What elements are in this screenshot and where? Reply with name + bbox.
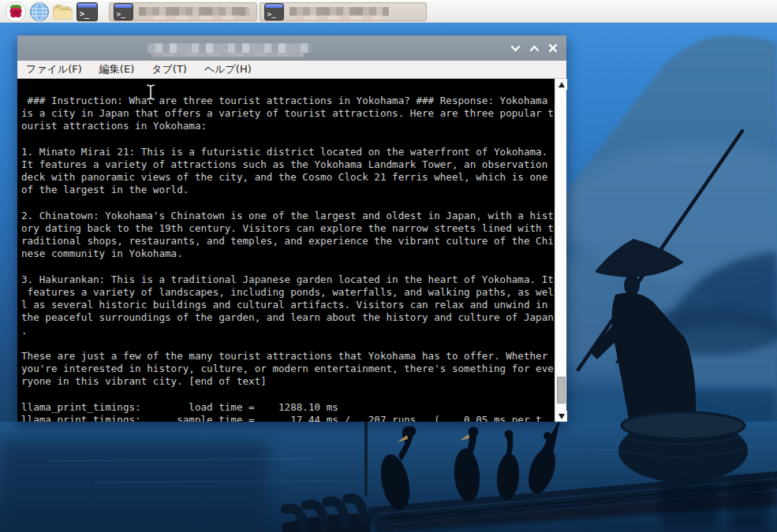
globe-icon [29, 2, 50, 22]
menu-help[interactable]: ヘルプ(H) [204, 62, 252, 76]
close-icon [548, 43, 558, 53]
applications-menu-button[interactable] [4, 2, 28, 22]
taskbar-window-title-redacted [290, 7, 389, 16]
menu-file[interactable]: ファイル(F) [26, 62, 82, 76]
terminal-icon: >_ [114, 3, 133, 20]
ibeam-mouse-cursor [145, 84, 156, 104]
scrollbar-thumb[interactable] [557, 377, 566, 404]
menu-tabs[interactable]: タブ(T) [151, 62, 187, 76]
web-browser-button[interactable] [28, 2, 51, 22]
close-button[interactable] [547, 42, 559, 54]
raft-stick [364, 420, 368, 496]
scroll-up-button[interactable] [555, 79, 567, 90]
chevron-down-icon [510, 44, 521, 53]
minimize-button[interactable] [509, 42, 521, 54]
triangle-down-icon [558, 414, 565, 419]
terminal-launcher-button[interactable]: >_ [75, 2, 99, 22]
svg-text:>_: >_ [117, 9, 126, 17]
svg-text:>_: >_ [267, 9, 277, 17]
chevron-up-icon [529, 44, 540, 53]
window-titlebar[interactable] [17, 35, 566, 61]
file-manager-button[interactable] [51, 2, 75, 22]
taskbar-window-title-redacted [139, 7, 249, 16]
terminal-icon: >_ [77, 2, 98, 21]
window-menubar: ファイル(F) 編集(E) タブ(T) ヘルプ(H) [17, 61, 566, 79]
terminal-icon: >_ [264, 3, 284, 20]
taskbar: >_ >_ >_ [0, 0, 777, 23]
window-controls [509, 35, 559, 61]
svg-text:>_: >_ [80, 9, 90, 19]
scroll-down-button[interactable] [555, 411, 567, 422]
raspberry-icon [6, 2, 26, 22]
window-title-redacted [148, 43, 312, 53]
terminal-output: ### Instruction: What are three tourist … [17, 79, 555, 422]
menu-edit[interactable]: 編集(E) [99, 62, 134, 76]
terminal-viewport[interactable]: ### Instruction: What are three tourist … [17, 79, 566, 422]
terminal-window: ファイル(F) 編集(E) タブ(T) ヘルプ(H) ### Instructi… [17, 35, 566, 422]
wallpaper-water-shadow [0, 441, 268, 532]
taskbar-window-button-1[interactable]: >_ [109, 2, 257, 21]
taskbar-window-button-2[interactable]: >_ [260, 2, 427, 21]
terminal-scrollbar[interactable] [555, 79, 566, 422]
folder-icon [52, 2, 74, 21]
triangle-up-icon [558, 82, 565, 87]
maximize-button[interactable] [528, 42, 540, 54]
